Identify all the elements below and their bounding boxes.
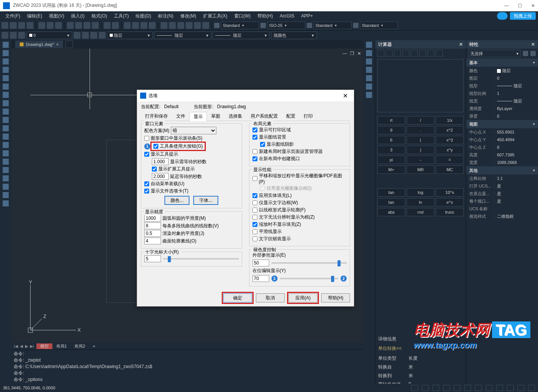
calc-icon[interactable]: [186, 22, 192, 29]
revcloud-icon[interactable]: [3, 100, 9, 106]
open-icon[interactable]: [10, 22, 17, 29]
layer-manager-icon[interactable]: [2, 32, 8, 39]
maximize-button[interactable]: ☐: [518, 3, 522, 8]
create-viewport-checkbox[interactable]: [252, 156, 257, 161]
model-toggle[interactable]: [486, 385, 492, 391]
gradient-icon[interactable]: [3, 167, 9, 173]
polygon-icon[interactable]: [3, 67, 9, 73]
paper-bg-checkbox[interactable]: [252, 135, 257, 140]
doc-minimize-icon[interactable]: —: [342, 51, 347, 56]
prop-row[interactable]: 线型随层: [466, 82, 538, 90]
paste-icon[interactable]: [84, 22, 90, 29]
measure-icon[interactable]: [366, 50, 372, 56]
table-style-dropdown[interactable]: Standard▾: [314, 22, 352, 29]
cut-icon[interactable]: [67, 22, 74, 29]
calc-key[interactable]: ln: [407, 198, 434, 206]
inplace-fade-slider[interactable]: [280, 278, 339, 279]
model-tab[interactable]: 模型: [36, 343, 52, 349]
menu-tools[interactable]: 工具(T): [111, 12, 132, 20]
calc-key[interactable]: rnd: [407, 208, 434, 216]
prop-row[interactable]: 透明度ByLayer: [466, 105, 538, 112]
scale-toggle[interactable]: [528, 385, 535, 391]
otrack-toggle[interactable]: [464, 385, 471, 391]
pan-raster-checkbox[interactable]: [252, 176, 257, 181]
mlstyle-icon[interactable]: [353, 23, 358, 28]
options-tab-1[interactable]: 文件: [172, 112, 189, 121]
properties-close-icon[interactable]: ✕: [531, 42, 535, 47]
print-icon[interactable]: [38, 22, 45, 29]
prop-row[interactable]: 中心点 Y450.4994: [466, 136, 538, 143]
zoom-fill-checkbox[interactable]: [252, 222, 257, 227]
grid-icon[interactable]: [366, 92, 372, 98]
calc-getdist-icon[interactable]: [411, 50, 418, 57]
tooltip-checkbox[interactable]: [144, 152, 149, 157]
style-icon[interactable]: [366, 42, 372, 48]
regen-icon[interactable]: [366, 75, 372, 81]
selection-dropdown[interactable]: 无选择▾: [469, 50, 521, 57]
grid-toggle[interactable]: [422, 385, 429, 391]
render-smooth-input[interactable]: [144, 230, 161, 237]
calc-help-icon[interactable]: [436, 50, 443, 57]
zoom-prev-icon[interactable]: [149, 22, 156, 29]
prop-row[interactable]: 厚度0: [466, 112, 538, 120]
smooth-line-checkbox[interactable]: [252, 229, 257, 234]
layer-iso-icon[interactable]: [82, 32, 89, 39]
hatch-icon[interactable]: [3, 159, 9, 165]
ellipse-arc-icon[interactable]: [3, 125, 9, 131]
cycle-toggle[interactable]: [507, 385, 514, 391]
calc-key[interactable]: M+: [377, 165, 405, 174]
calc-key[interactable]: tan: [377, 188, 405, 197]
pline-seg-input[interactable]: [144, 222, 161, 229]
ext-tooltip-checkbox[interactable]: [152, 167, 157, 172]
options-tab-5[interactable]: 用户系统配置: [246, 112, 282, 121]
autoload-checkbox[interactable]: [144, 181, 149, 186]
area-icon[interactable]: [366, 58, 372, 65]
layer-states-icon[interactable]: [10, 32, 17, 39]
prop-row[interactable]: 颜色随层: [466, 67, 538, 74]
text-box-checkbox[interactable]: [252, 215, 257, 220]
calc-key[interactable]: 9: [377, 126, 405, 134]
circle-icon[interactable]: [3, 92, 9, 98]
copy-icon[interactable]: [75, 22, 82, 29]
calc-key[interactable]: 6: [377, 136, 405, 144]
lineweight-dropdown[interactable]: 随层▾: [213, 31, 270, 39]
publish-icon[interactable]: [55, 22, 62, 29]
rectangle-icon[interactable]: [3, 75, 9, 81]
unit-type-value[interactable]: 长度: [409, 355, 463, 362]
ok-button[interactable]: 确定: [223, 293, 252, 302]
new-icon[interactable]: [2, 22, 8, 29]
save-icon[interactable]: [18, 22, 25, 29]
layer-filter-icon[interactable]: [74, 32, 80, 39]
prop-row[interactable]: 线型比例1: [466, 90, 538, 97]
prop-row[interactable]: 在原点显...是: [466, 190, 538, 197]
doc-close-icon[interactable]: ✕: [357, 51, 361, 56]
colors-button[interactable]: 颜色...: [164, 196, 189, 205]
mslide-icon[interactable]: [366, 83, 372, 90]
crosshair-slider[interactable]: [163, 258, 239, 260]
calc-key[interactable]: x^y: [436, 146, 464, 154]
convert-from-value[interactable]: 米: [409, 364, 463, 370]
layer-freeze-icon[interactable]: [90, 32, 97, 39]
redo-icon[interactable]: [112, 22, 119, 29]
calc-key[interactable]: tan: [377, 198, 405, 206]
lwt-toggle[interactable]: [475, 385, 482, 391]
xref-fade-input[interactable]: [252, 260, 269, 266]
preview-icon[interactable]: [47, 22, 54, 29]
scrollbar-checkbox[interactable]: [144, 136, 149, 141]
match-icon[interactable]: [92, 22, 99, 29]
menu-draw[interactable]: 绘图(D): [133, 12, 154, 20]
properties-icon[interactable]: [161, 22, 167, 29]
calc-key[interactable]: 10^x: [436, 188, 464, 197]
ellipse-icon[interactable]: [3, 117, 9, 123]
calc-display[interactable]: [377, 59, 464, 112]
calc-key[interactable]: MR: [407, 165, 434, 174]
prop-row[interactable]: 中心点 X555.8901: [466, 128, 538, 136]
line-icon[interactable]: [3, 42, 9, 48]
menu-edit[interactable]: 编辑(E): [24, 12, 45, 20]
tab-nav-last[interactable]: ▶|: [30, 344, 34, 349]
printable-area-checkbox[interactable]: [252, 128, 257, 132]
layer-prev-icon[interactable]: [18, 32, 25, 39]
calc-key[interactable]: abs: [377, 208, 405, 216]
prop-row[interactable]: 宽度1089.2668: [466, 159, 538, 166]
options-tab-0[interactable]: 打开和保存: [141, 112, 172, 121]
